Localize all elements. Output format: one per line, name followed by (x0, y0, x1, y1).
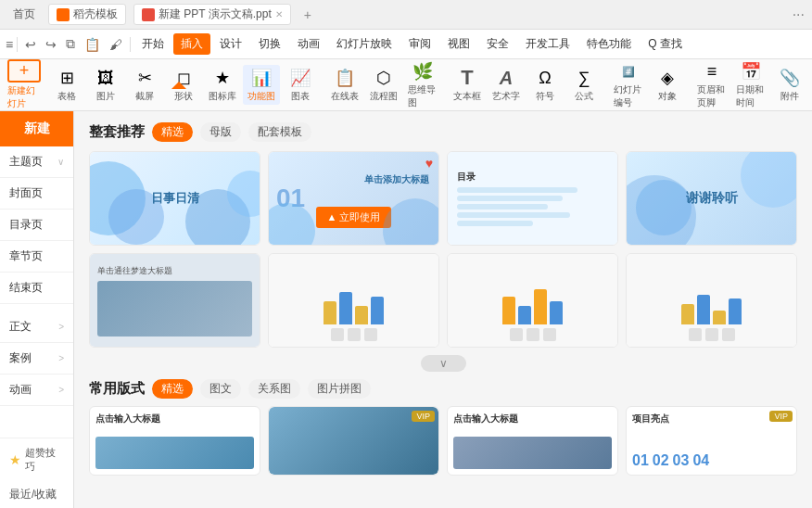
template-card-6[interactable] (268, 253, 439, 348)
tool-funchart[interactable]: 📊 功能图 (243, 65, 280, 105)
collapse-button[interactable]: ∨ (421, 355, 466, 372)
tool-mindmap[interactable]: 🌿 思维导图 (404, 58, 441, 111)
new-slide-button[interactable]: + 新建幻灯片 (7, 61, 41, 109)
tool-slideno[interactable]: #️⃣ 幻灯片编号 (610, 58, 647, 111)
menu-features[interactable]: 特色功能 (579, 33, 639, 55)
template-card-8[interactable] (626, 253, 797, 348)
template-card-2[interactable]: ♥ 01 单击添加大标题 ▲ 立即使用 (268, 151, 439, 246)
section2-tag-relation[interactable]: 关系图 (248, 379, 300, 399)
menu-insert[interactable]: 插入 (173, 33, 210, 55)
chart-icon-3 (364, 328, 377, 341)
tool-flowchart-label: 流程图 (370, 90, 398, 103)
tool-formula[interactable]: ∑ 公式 (565, 65, 603, 105)
recent-button[interactable]: 最近/收藏 (0, 481, 73, 508)
section2-tag-selected[interactable]: 精选 (152, 379, 193, 399)
tab-close[interactable]: ✕ (275, 9, 283, 19)
tool-online-table[interactable]: 📋 在线表 (326, 65, 363, 105)
screenshot-icon: ✂ (132, 67, 158, 89)
tool-screenshot[interactable]: ✂ 截屏 (126, 65, 163, 105)
tool-arttext[interactable]: A 艺术字 (488, 65, 525, 105)
tool-datetime[interactable]: 📅 日期和时间 (732, 58, 769, 111)
template-tab[interactable]: 稻壳模板 (48, 4, 126, 25)
menu-devtools[interactable]: 开发工具 (518, 33, 577, 55)
tool-textbox[interactable]: T 文本框 (449, 65, 486, 105)
chart-icon-1 (331, 328, 344, 341)
menu-slideshow[interactable]: 幻灯片放映 (329, 33, 400, 55)
tool-flowchart[interactable]: ⬡ 流程图 (365, 65, 402, 105)
undo-icon[interactable]: ↩ (21, 35, 40, 54)
tool-object[interactable]: ◈ 对象 (649, 65, 686, 105)
card3-list (457, 187, 608, 226)
chart-icon-7-3 (543, 328, 556, 341)
tool-picture[interactable]: 🖼 图片 (87, 65, 124, 105)
chart-8 (674, 287, 749, 324)
tool-headerfooter[interactable]: ≡ 页眉和页脚 (693, 58, 730, 111)
menu-search[interactable]: Q 查找 (641, 33, 690, 55)
use-now-button[interactable]: ▲ 立即使用 (316, 207, 392, 228)
tool-attachment[interactable]: 📎 附件 (771, 65, 808, 105)
sidebar-item-animation-label: 动画 (9, 382, 32, 398)
bottom-card-1[interactable]: 点击输入大标题 (89, 406, 260, 476)
menu-design[interactable]: 设计 (212, 33, 249, 55)
sidebar-item-toc[interactable]: 目录页 (0, 210, 73, 241)
more-options-icon[interactable]: ··· (793, 6, 805, 23)
menu-review[interactable]: 审阅 (401, 33, 438, 55)
sidebar-item-case[interactable]: 案例 > (0, 343, 73, 375)
deco-c2 (383, 198, 438, 245)
ppt-tab[interactable]: 新建 PPT 演示文稿.ppt ✕ (133, 4, 291, 25)
section1-tag-master[interactable]: 母版 (200, 122, 241, 142)
deco-circle-top (741, 152, 796, 208)
sidebar-item-chapter[interactable]: 章节页 (0, 241, 73, 273)
bottom-card-2[interactable]: VIP (268, 406, 439, 476)
num-01: 01 (632, 452, 649, 469)
super-tips-button[interactable]: ★ 超赞技巧 (0, 438, 73, 481)
bcard1-photo-inner (95, 437, 254, 469)
tool-table[interactable]: ⊞ 表格 (48, 65, 85, 105)
mindmap-icon: 🌿 (410, 60, 436, 83)
add-tab-button[interactable]: + (298, 6, 317, 24)
sidebar-item-body[interactable]: 正文 > (0, 311, 73, 343)
section1-header: 整套推荐 精选 母版 配套模板 (89, 122, 797, 142)
menu-transition[interactable]: 切换 (251, 33, 288, 55)
menu-security[interactable]: 安全 (479, 33, 516, 55)
tool-chart[interactable]: 📈 图表 (282, 65, 319, 105)
tool-symbol[interactable]: Ω 符号 (527, 65, 564, 105)
copy-icon[interactable]: ⧉ (62, 34, 79, 54)
home-tab[interactable]: 首页 (7, 5, 41, 24)
template-card-1[interactable]: 日事日清 (89, 151, 260, 246)
bottom-card-4[interactable]: 项目亮点 01 02 03 04 VIP (626, 406, 797, 476)
section2-tag-collage[interactable]: 图片拼图 (308, 379, 371, 399)
sidebar-item-animation[interactable]: 动画 > (0, 375, 73, 406)
menu-view[interactable]: 视图 (440, 33, 477, 55)
template-card-5[interactable]: 单击通往梦途大标题 (89, 253, 260, 348)
datetime-icon: 📅 (738, 60, 764, 83)
sidebar-item-cover-label: 封面页 (9, 185, 43, 201)
hamburger-icon[interactable]: ≡ (6, 37, 13, 52)
sidebar-item-cover[interactable]: 封面页 (0, 178, 73, 210)
tool-textbox-label: 文本框 (453, 90, 481, 103)
template-card-3[interactable]: 目录 (447, 151, 618, 246)
section1-tag-matching[interactable]: 配套模板 (248, 122, 311, 142)
sidebar-item-end[interactable]: 结束页 (0, 273, 73, 304)
template-card-4[interactable]: 谢谢聆听 (626, 151, 797, 246)
tool-screenshot-label: 截屏 (135, 90, 154, 103)
chart-icons-row (331, 328, 377, 341)
tool-datetime-label: 日期和时间 (736, 83, 766, 109)
card1-title: 日事日清 (151, 190, 199, 207)
bottom-card-3[interactable]: 点击输入大标题 (447, 406, 618, 476)
sidebar-item-toc-label: 目录页 (9, 217, 43, 233)
menu-animation[interactable]: 动画 (290, 33, 327, 55)
sidebar-item-theme[interactable]: 主题页 ∨ (0, 146, 73, 178)
section2-tag-imgtext[interactable]: 图文 (200, 379, 241, 399)
section1-tag-selected[interactable]: 精选 (152, 122, 193, 142)
format-icon[interactable]: 🖌 (106, 35, 126, 54)
card4-inner: 谢谢聆听 (627, 152, 796, 245)
ppt-icon (142, 8, 155, 21)
redo-icon[interactable]: ↪ (42, 35, 60, 54)
paste-icon[interactable]: 📋 (81, 35, 104, 54)
tool-iconlib[interactable]: ★ 图标库 (204, 65, 241, 105)
menu-start[interactable]: 开始 (134, 33, 171, 55)
template-card-7[interactable] (447, 253, 618, 348)
sidebar-new-button[interactable]: 新建 (0, 111, 73, 146)
ppt-tab-label: 新建 PPT 演示文稿.ppt (159, 6, 272, 22)
